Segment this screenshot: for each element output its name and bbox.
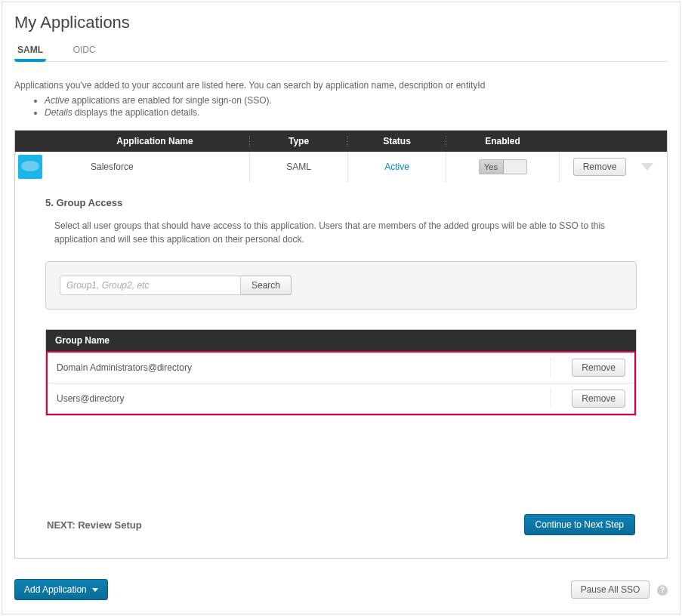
intro-text: Applications you've added to your accoun… (14, 80, 668, 91)
app-status-link[interactable]: Active (384, 162, 409, 172)
intro-bullets: Active applications are enabled for sing… (45, 95, 668, 118)
step-title: 5. Group Access (45, 197, 637, 208)
add-application-button[interactable]: Add Application (14, 579, 108, 600)
expand-row-icon[interactable] (641, 163, 653, 171)
next-row: NEXT: Review Setup Continue to Next Step (45, 514, 637, 535)
bullet-details: Details displays the application details… (45, 107, 668, 118)
add-application-label: Add Application (24, 584, 87, 595)
remove-group-button[interactable]: Remove (572, 359, 625, 377)
group-name: Domain Administrators@directory (57, 362, 550, 373)
applications-header: Application Name Type Status Enabled (15, 131, 667, 152)
col-header-name: Application Name (60, 136, 249, 146)
step-panel: 5. Group Access Select all user groups t… (15, 182, 667, 558)
page-title: My Applications (14, 13, 668, 32)
continue-button[interactable]: Continue to Next Step (524, 514, 635, 535)
group-row: Users@directory Remove (48, 383, 634, 414)
bullet-details-rest: displays the application details. (73, 107, 200, 118)
app-name: Salesforce (60, 152, 249, 182)
app-type: SAML (249, 152, 347, 182)
salesforce-icon (18, 155, 42, 179)
group-rows-highlight: Domain Administrators@directory Remove U… (46, 351, 636, 415)
group-search-input[interactable] (60, 276, 241, 295)
tab-saml[interactable]: SAML (14, 40, 46, 61)
applications-panel: Application Name Type Status Enabled Sal… (14, 130, 668, 559)
col-header-enabled: Enabled (446, 136, 559, 146)
bullet-details-em: Details (45, 107, 73, 118)
tabs: SAML OIDC (14, 40, 668, 62)
group-header: Group Name (46, 330, 636, 351)
application-row[interactable]: Salesforce SAML Active Yes Remove (15, 152, 667, 182)
next-label: NEXT: Review Setup (47, 519, 142, 531)
toggle-yes-label: Yes (480, 160, 504, 174)
group-name: Users@directory (57, 393, 550, 404)
remove-group-button[interactable]: Remove (572, 390, 625, 408)
bullet-active-rest: applications are enabled for single sign… (69, 95, 272, 106)
caret-down-icon (92, 588, 98, 592)
enabled-toggle[interactable]: Yes (479, 159, 527, 174)
bullet-active: Active applications are enabled for sing… (45, 95, 668, 106)
help-icon[interactable]: ? (657, 585, 668, 596)
group-table: Group Name Domain Administrators@directo… (45, 329, 637, 416)
pause-all-sso-button[interactable]: Pause All SSO (571, 581, 650, 599)
group-search-box: Search (45, 261, 637, 310)
bullet-active-em: Active (45, 95, 69, 106)
step-description: Select all user groups that should have … (54, 219, 637, 246)
footer: Add Application Pause All SSO ? (14, 579, 668, 600)
col-header-status: Status (347, 136, 446, 146)
group-row: Domain Administrators@directory Remove (48, 353, 634, 383)
tab-oidc[interactable]: OIDC (70, 40, 99, 61)
group-search-button[interactable]: Search (241, 276, 292, 295)
col-header-type: Type (249, 136, 347, 146)
remove-app-button[interactable]: Remove (573, 158, 627, 176)
